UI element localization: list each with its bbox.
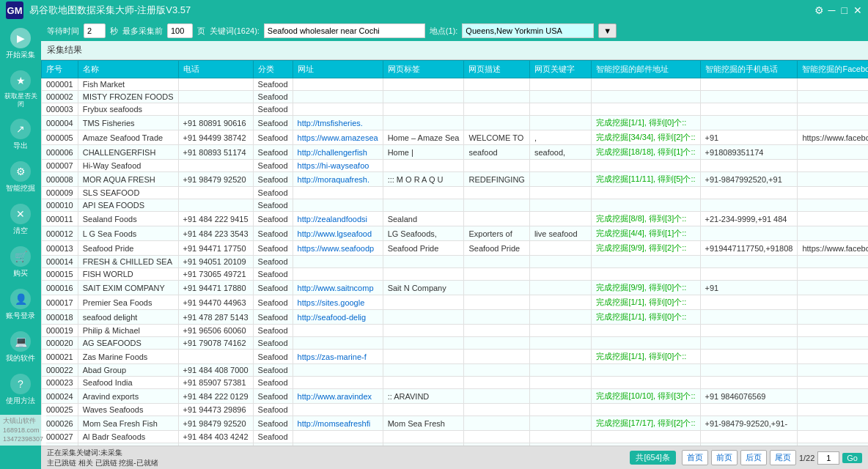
table-cell	[383, 187, 464, 199]
table-row[interactable]: 000027Al Badr Seafoods+91 484 403 4242Se…	[42, 431, 869, 443]
table-row[interactable]: 000019Philip & Michael+91 96506 60060Sea…	[42, 325, 869, 337]
table-cell: 完成挖掘[1/1], 得到[0]个::	[592, 310, 700, 325]
table-cell: Seafood	[253, 416, 293, 431]
table-cell	[798, 268, 868, 281]
table-cell: 000008	[42, 172, 78, 187]
max-input[interactable]	[167, 23, 193, 38]
table-cell	[383, 103, 464, 116]
status-bar: 正在采集关键词:未采集 主已跳链 相关 已跳链 挖掘-已就绪 共[654]条 首…	[41, 446, 868, 469]
table-row[interactable]: 000025Waves Seafoods+91 94473 29896Seafo…	[42, 404, 869, 416]
table-cell: SAIT EXIM COMPANY	[78, 281, 178, 295]
table-row[interactable]: 000007Hi-Way SeafoodSeafoodhttps://hi-wa…	[42, 160, 869, 172]
pagination: 首页 前页 后页 尾页 1/22 Go	[682, 450, 862, 465]
table-cell	[592, 160, 700, 172]
table-cell: 000019	[42, 325, 78, 337]
sidebar-item-label: 导出	[13, 141, 28, 151]
sidebar-item-export[interactable]: ↗ 导出	[2, 114, 39, 155]
table-row[interactable]: 000010API SEA FOODSSeafood	[42, 199, 869, 212]
table-row[interactable]: 000014FRESH & CHILLED SEA+91 94051 20109…	[42, 256, 869, 268]
window-controls[interactable]: ─ □ ✕	[828, 4, 862, 16]
table-cell	[464, 268, 529, 281]
table-row[interactable]: 000012L G Sea Foods+91 484 223 3543Seafo…	[42, 226, 869, 241]
table-cell	[592, 268, 700, 281]
table-cell	[383, 160, 464, 172]
location-input[interactable]	[462, 23, 594, 38]
table-row[interactable]: 000005Amaze Seafood Trade+91 94499 38742…	[42, 130, 869, 145]
table-row[interactable]: 000017Premier Sea Foods+91 94470 44963Se…	[42, 295, 869, 310]
sidebar-item-help[interactable]: ? 使用方法	[2, 369, 39, 410]
table-container[interactable]: 序号 名称 电话 分类 网址 网页标签 网页描述 网页关键字 智能挖掘的邮件地址…	[41, 60, 868, 446]
table-cell: Seafood	[253, 404, 293, 416]
table-row[interactable]: 000004TMS Fisheries+91 80891 90616Seafoo…	[42, 116, 869, 130]
table-cell	[529, 241, 592, 256]
table-cell	[798, 226, 868, 241]
table-cell	[464, 187, 529, 199]
table-cell: seafood delight	[78, 310, 178, 325]
sidebar-item-smart-dig[interactable]: ⚙ 智能挖掘	[2, 157, 39, 198]
table-row[interactable]: 000018seafood delight+91 478 287 5143Sea…	[42, 310, 869, 325]
last-page-btn[interactable]: 尾页	[770, 450, 796, 465]
sidebar-item-my-software[interactable]: 💻 我的软件	[2, 327, 39, 368]
table-cell	[529, 416, 592, 431]
table-cell: +91 484 223 3543	[178, 226, 253, 241]
login-icon: 👤	[10, 289, 31, 309]
time-input[interactable]	[84, 23, 106, 38]
go-button[interactable]: Go	[842, 453, 862, 463]
table-cell	[293, 199, 383, 212]
table-row[interactable]: 000015FISH WORLD+91 73065 49721Seafood	[42, 268, 869, 281]
table-row[interactable]: 000002MISTY FROZEN FOODSSeafood	[42, 91, 869, 103]
table-cell	[700, 103, 798, 116]
smartdig-icon: ⚙	[10, 161, 31, 182]
table-cell: +91 98479 92520	[178, 416, 253, 431]
prev-page-btn[interactable]: 前页	[711, 450, 738, 465]
table-row[interactable]: 000026Mom Sea Fresh Fish+91 98479 92520S…	[42, 416, 869, 431]
table-cell	[700, 337, 798, 350]
table-row[interactable]: 000003Frybux seafoodsSeafood	[42, 103, 869, 116]
table-cell	[700, 350, 798, 364]
table-row[interactable]: 000011Sealand Foods+91 484 222 9415Seafo…	[42, 212, 869, 226]
sidebar-item-login[interactable]: 👤 账号登录	[2, 284, 39, 325]
sidebar-item-clear[interactable]: ✕ 清空	[2, 199, 39, 240]
table-cell	[383, 256, 464, 268]
table-row[interactable]: 000008MOR AQUA FRESH+91 98479 92520Seafo…	[42, 172, 869, 187]
table-cell	[592, 103, 700, 116]
table-cell: +91 85907 57381	[178, 377, 253, 389]
sidebar-item-star[interactable]: ★ 获取星否关闭	[2, 66, 39, 113]
table-row[interactable]: 000023Seafood India+91 85907 57381Seafoo…	[42, 377, 869, 389]
table-cell	[798, 145, 868, 160]
keyword-input[interactable]	[264, 23, 425, 38]
table-cell	[464, 103, 529, 116]
table-row[interactable]: 000022Abad Group+91 484 408 7000Seafood	[42, 364, 869, 377]
maximize-icon[interactable]: □	[842, 4, 847, 16]
next-page-btn[interactable]: 后页	[740, 450, 767, 465]
table-cell: Seafood	[253, 350, 293, 364]
table-cell	[383, 268, 464, 281]
table-row[interactable]: 000020AG SEAFOODS+91 79078 74162Seafood	[42, 337, 869, 350]
close-icon[interactable]: ✕	[853, 4, 862, 16]
drop-btn[interactable]: ▼	[598, 23, 617, 38]
table-row[interactable]: 000001Fish MarketSeafood	[42, 78, 869, 91]
table-cell	[293, 431, 383, 443]
table-cell: 000013	[42, 241, 78, 256]
table-row[interactable]: 000021Zas Marine FoodsSeafoodhttps://zas…	[42, 350, 869, 364]
go-input[interactable]	[817, 451, 839, 465]
table-cell	[798, 281, 868, 295]
table-row[interactable]: 000013Seafood Pride+91 94471 17750Seafoo…	[42, 241, 869, 256]
sidebar-item-buy[interactable]: 🛒 购买	[2, 242, 39, 283]
sidebar-item-start[interactable]: ▶ 开始采集	[2, 23, 39, 64]
table-cell	[464, 389, 529, 404]
table-row[interactable]: 000006CHALLENGERFISH+91 80893 51174Seafo…	[42, 145, 869, 160]
settings-icon[interactable]: ⚙	[814, 4, 824, 16]
minimize-icon[interactable]: ─	[828, 4, 836, 16]
table-cell	[798, 212, 868, 226]
table-row[interactable]: 000016SAIT EXIM COMPANY+91 94471 17880Se…	[42, 281, 869, 295]
table-cell	[700, 226, 798, 241]
table-cell	[464, 364, 529, 377]
table-row[interactable]: 000009SLS SEAFOODSeafood	[42, 187, 869, 199]
table-cell: Mom Sea Fresh	[383, 416, 464, 431]
table-cell: Seafood	[253, 431, 293, 443]
table-cell	[293, 103, 383, 116]
clear-icon: ✕	[10, 204, 31, 224]
first-page-btn[interactable]: 首页	[682, 450, 708, 465]
table-row[interactable]: 000024Aravind exports+91 484 222 0129Sea…	[42, 389, 869, 404]
